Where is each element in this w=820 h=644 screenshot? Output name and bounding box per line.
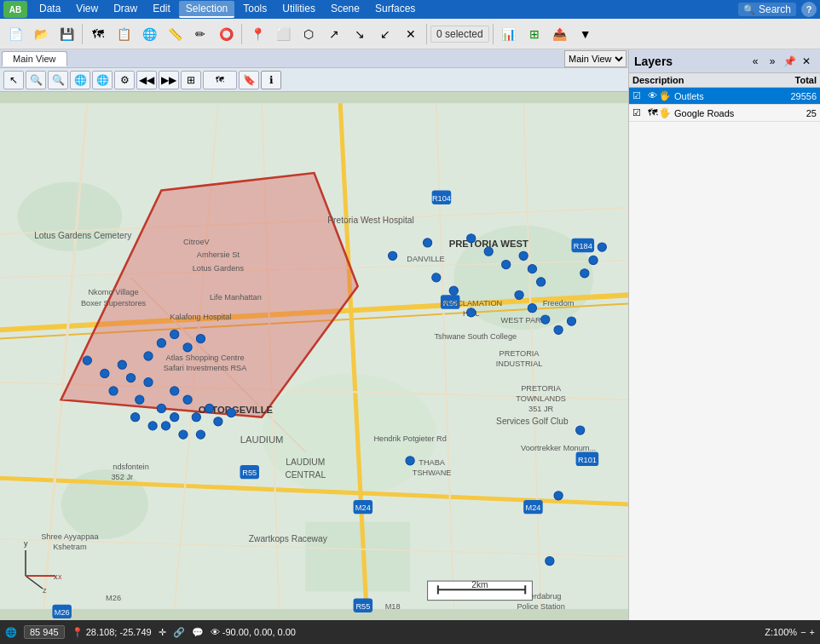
svg-text:M26: M26	[55, 608, 70, 617]
toolbar-rect-select[interactable]: ⬜	[271, 22, 295, 46]
layer-row-outlets[interactable]: ☑ 👁 🖐 Outlets 29556	[629, 88, 820, 105]
menu-draw[interactable]: Draw	[107, 1, 144, 18]
status-zoom-out-btn[interactable]: −	[800, 627, 806, 637]
toolbar-measure[interactable]: 📏	[163, 22, 187, 46]
tab-main-view[interactable]: Main View	[2, 51, 67, 66]
toolbar-select3[interactable]: ↙	[373, 22, 397, 46]
svg-text:Tshwane South College: Tshwane South College	[435, 332, 517, 341]
layer-row-google-roads[interactable]: ☑ 🗺 🖐 Google Roads 25	[629, 105, 820, 122]
status-msg-icon: 💬	[192, 627, 204, 638]
svg-point-96	[157, 404, 165, 412]
svg-text:Hendrik Potgieter Rd: Hendrik Potgieter Rd	[373, 434, 446, 443]
status-eye: 👁 -90.00, 0.00, 0.00	[211, 627, 296, 637]
svg-text:352 Jr: 352 Jr	[112, 473, 134, 481]
map-svg: R104 R55 R55 R55 R184 R101 M26 M24 M24	[0, 92, 628, 620]
map-layer-control[interactable]: 🗺	[203, 71, 237, 89]
svg-point-91	[118, 360, 126, 369]
toolbar-table[interactable]: 📊	[497, 22, 521, 46]
search-label: Search	[759, 3, 791, 15]
toolbar-map[interactable]: 🗺	[86, 22, 110, 46]
map-back[interactable]: ◀◀	[136, 71, 157, 89]
svg-point-109	[144, 352, 153, 360]
svg-point-94	[136, 395, 144, 404]
layer-hand-icon-2: 🖐	[659, 107, 671, 118]
layers-nav-fwd[interactable]: »	[764, 53, 781, 70]
svg-point-113	[196, 334, 205, 342]
menu-scene[interactable]: Scene	[324, 1, 367, 18]
layers-table-header: Description Total	[629, 73, 820, 88]
svg-text:R55: R55	[355, 602, 370, 611]
layer-count-google-roads: 25	[774, 108, 817, 118]
map-zoom-out[interactable]: 🔍	[48, 71, 68, 89]
menu-selection[interactable]: Selection	[179, 1, 234, 18]
view-tab-end: Main View	[564, 50, 627, 67]
layers-nav-back[interactable]: «	[747, 53, 764, 70]
toolbar-dropdown[interactable]: ▼	[574, 22, 598, 46]
toolbar-cancel[interactable]: ✕	[399, 22, 423, 46]
map-area[interactable]: R104 R55 R55 R55 R184 R101 M26 M24 M24	[0, 92, 628, 620]
map-zoom-in-plus[interactable]: 🔍	[26, 71, 46, 89]
toolbar-pin[interactable]: 📍	[245, 22, 269, 46]
layer-viz-icon-2: 🗺	[648, 107, 657, 118]
status-globe-icon: 🌐	[5, 627, 17, 638]
menu-edit[interactable]: Edit	[146, 1, 177, 18]
layers-pin[interactable]: 📌	[781, 53, 798, 70]
view-selector[interactable]: Main View	[564, 50, 627, 67]
layers-title: Layers	[634, 55, 747, 68]
toolbar-excel[interactable]: ⊞	[523, 22, 546, 46]
map-bookmark[interactable]: 🔖	[239, 71, 259, 89]
layer-checkbox-google-roads[interactable]: ☑	[632, 107, 646, 118]
layers-header: Layers « » 📌 ✕	[629, 49, 820, 73]
toolbar-imagery[interactable]: 🌐	[137, 22, 161, 46]
svg-text:Boxer Superstores: Boxer Superstores	[81, 299, 147, 308]
svg-point-115	[423, 239, 431, 247]
svg-text:PROCLAMATION: PROCLAMATION	[440, 299, 502, 308]
toolbar-select2[interactable]: ↘	[348, 22, 372, 46]
layer-checkbox-outlets[interactable]: ☑	[632, 90, 646, 101]
toolbar-select1[interactable]: ↗	[322, 22, 346, 46]
svg-point-101	[170, 413, 179, 422]
status-crosshair-icon: ✛	[159, 627, 166, 638]
map-info[interactable]: ℹ	[261, 71, 281, 89]
svg-point-132	[467, 308, 476, 317]
map-settings[interactable]: ⚙	[114, 71, 135, 89]
status-record-count[interactable]: 85 945	[24, 625, 65, 639]
svg-text:Zwartkops Raceway: Zwartkops Raceway	[249, 534, 328, 543]
menu-surfaces[interactable]: Surfaces	[368, 1, 422, 18]
toolbar-circle[interactable]: ⭕	[214, 22, 238, 46]
toolbar-poly-select[interactable]: ⬡	[297, 22, 320, 46]
menu-data[interactable]: Data	[32, 1, 67, 18]
menu-tools[interactable]: Tools	[236, 1, 274, 18]
map-globe2[interactable]: 🌐	[92, 71, 113, 89]
toolbar-layer[interactable]: 📋	[112, 22, 136, 46]
svg-point-117	[484, 247, 493, 256]
svg-text:Services Golf Club: Services Golf Club	[496, 417, 569, 426]
svg-text:TSHWANE: TSHWANE	[413, 469, 452, 477]
layers-close[interactable]: ✕	[798, 53, 815, 70]
svg-point-124	[541, 315, 550, 324]
map-globe[interactable]: 🌐	[70, 71, 90, 89]
svg-text:WEST PARK: WEST PARK	[500, 316, 546, 325]
status-other-coords: -90.00, 0.00, 0.00	[222, 627, 296, 637]
status-link: 🔗	[173, 627, 185, 638]
svg-point-120	[528, 265, 536, 273]
compass: y x z x	[17, 533, 85, 595]
status-zoom-in-btn[interactable]: +	[810, 627, 815, 637]
toolbar-sep-3	[426, 24, 427, 44]
map-grid[interactable]: ⊞	[181, 71, 201, 89]
help-button[interactable]: ?	[801, 2, 817, 17]
toolbar-pen[interactable]: ✏	[188, 22, 212, 46]
svg-text:M26: M26	[106, 594, 121, 602]
toolbar-export[interactable]: 📤	[548, 22, 572, 46]
col-description: Description	[632, 75, 774, 85]
menu-utilities[interactable]: Utilities	[275, 1, 322, 18]
svg-point-133	[406, 457, 414, 465]
map-forward[interactable]: ▶▶	[159, 71, 179, 89]
menu-view[interactable]: View	[69, 1, 105, 18]
toolbar-new[interactable]: 📄	[3, 22, 27, 46]
toolbar-open[interactable]: 📂	[29, 22, 53, 46]
toolbar-save[interactable]: 💾	[55, 22, 78, 46]
map-arrow-tool[interactable]: ↖	[3, 71, 24, 89]
svg-point-121	[537, 278, 546, 286]
svg-text:Atlas Shopping Centre: Atlas Shopping Centre	[166, 354, 245, 362]
